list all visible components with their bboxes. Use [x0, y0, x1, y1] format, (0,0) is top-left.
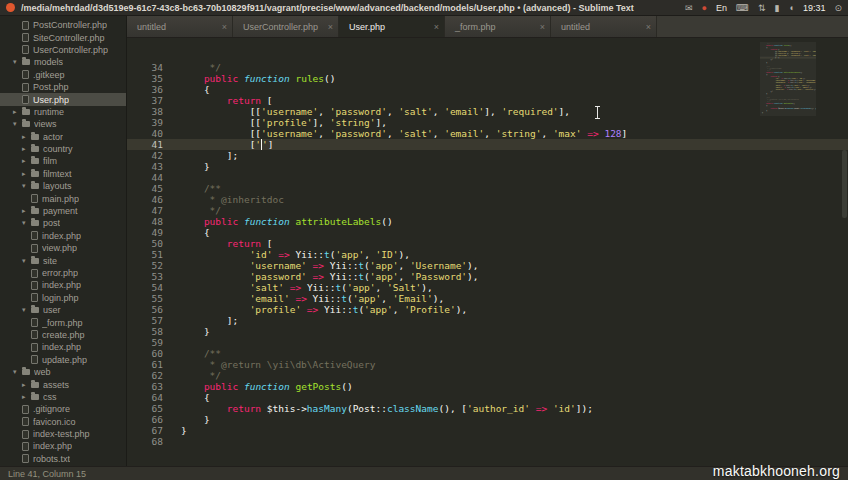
tree-folder-models[interactable]: ▾models: [0, 56, 126, 68]
chevron-down-icon[interactable]: ▾: [22, 182, 31, 190]
chevron-right-icon[interactable]: ▸: [22, 393, 31, 401]
tree-file-error.php[interactable]: error.php: [0, 267, 126, 279]
line-number[interactable]: 45: [127, 183, 171, 194]
line-number[interactable]: 57: [127, 315, 171, 326]
tree-file-favicon.ico[interactable]: favicon.ico: [0, 416, 126, 428]
tree-folder-layouts[interactable]: ▾layouts: [0, 180, 126, 192]
line-number[interactable]: 68: [127, 436, 171, 447]
tree-file-_form.php[interactable]: _form.php: [0, 316, 126, 328]
tree-file-index-test.php[interactable]: index-test.php: [0, 428, 126, 440]
code-line[interactable]: 59: [127, 337, 848, 348]
chevron-down-icon[interactable]: ▾: [22, 257, 31, 265]
line-number[interactable]: 39: [127, 117, 171, 128]
vertical-scrollbar-thumb[interactable]: [842, 150, 847, 218]
tree-folder-user[interactable]: ▾user: [0, 304, 126, 316]
tree-file-index.php[interactable]: index.php: [0, 279, 126, 291]
volume-icon[interactable]: ◖: [788, 0, 793, 16]
code-line[interactable]: 34 */: [127, 62, 848, 73]
session-menu-icon[interactable]: ⊙: [834, 0, 842, 16]
code-line[interactable]: 63 public function getPosts(): [127, 381, 848, 392]
tab-close-icon[interactable]: ×: [323, 22, 338, 32]
chevron-right-icon[interactable]: ▸: [22, 133, 31, 141]
line-number[interactable]: 63: [127, 381, 171, 392]
code-line[interactable]: 54 'salt' => Yii::t('app', 'Salt'),: [127, 282, 848, 293]
code-line[interactable]: 53 'password' => Yii::t('app', 'Password…: [127, 271, 848, 282]
line-number[interactable]: 61: [127, 359, 171, 370]
network-icon[interactable]: ⇅: [758, 0, 766, 16]
mail-indicator-icon[interactable]: ✉: [685, 0, 693, 16]
code-line[interactable]: 44: [127, 172, 848, 183]
line-number[interactable]: 53: [127, 271, 171, 282]
tree-folder-film[interactable]: ▸film: [0, 155, 126, 167]
line-number[interactable]: 65: [127, 403, 171, 414]
tree-file-.gitignore[interactable]: .gitignore: [0, 403, 126, 415]
line-number[interactable]: 50: [127, 238, 171, 249]
chevron-right-icon[interactable]: ▸: [22, 145, 31, 153]
tree-folder-assets[interactable]: ▸assets: [0, 378, 126, 390]
tab-close-icon[interactable]: ×: [217, 22, 232, 32]
code-line[interactable]: 68: [127, 436, 848, 447]
code-line[interactable]: 43 }: [127, 161, 848, 172]
chevron-right-icon[interactable]: ▸: [22, 157, 31, 165]
tree-folder-views[interactable]: ▾views: [0, 118, 126, 130]
chevron-right-icon[interactable]: ▸: [22, 207, 31, 215]
tree-folder-payment[interactable]: ▸payment: [0, 205, 126, 217]
code-line[interactable]: 40 [['username', 'password', 'salt', 'em…: [127, 128, 848, 139]
keyboard-layout-indicator[interactable]: En: [716, 0, 727, 16]
line-number[interactable]: 35: [127, 73, 171, 84]
tree-file-create.php[interactable]: create.php: [0, 329, 126, 341]
battery-icon[interactable]: ▮: [775, 0, 780, 16]
code-line[interactable]: 37 return [: [127, 95, 848, 106]
line-number[interactable]: 54: [127, 282, 171, 293]
tree-file-UserController.php[interactable]: UserController.php: [0, 44, 126, 56]
line-number[interactable]: 56: [127, 304, 171, 315]
code-line[interactable]: 64 {: [127, 392, 848, 403]
line-number[interactable]: 38: [127, 106, 171, 117]
tree-folder-actor[interactable]: ▸actor: [0, 131, 126, 143]
tree-folder-runtime[interactable]: ▸runtime: [0, 106, 126, 118]
tree-file-index.php[interactable]: index.php: [0, 440, 126, 452]
code-line[interactable]: 36 {: [127, 84, 848, 95]
code-line[interactable]: 45 /**: [127, 183, 848, 194]
tree-file-login.php[interactable]: login.php: [0, 292, 126, 304]
chevron-right-icon[interactable]: ▸: [22, 381, 31, 389]
line-number[interactable]: 49: [127, 227, 171, 238]
tab-User.php[interactable]: User.php×: [339, 16, 445, 37]
code-line[interactable]: 38 [['username', 'password', 'salt', 'em…: [127, 106, 848, 117]
tree-folder-site[interactable]: ▾site: [0, 254, 126, 266]
sync-indicator-icon[interactable]: ●: [702, 0, 707, 16]
tab-_form.php[interactable]: _form.php×: [445, 16, 551, 37]
code-line[interactable]: 35 public function rules(): [127, 73, 848, 84]
line-number[interactable]: 60: [127, 348, 171, 359]
line-number[interactable]: 58: [127, 326, 171, 337]
tree-file-main.php[interactable]: main.php: [0, 192, 126, 204]
code-line[interactable]: 51 'id' => Yii::t('app', 'ID'),: [127, 249, 848, 260]
line-number[interactable]: 52: [127, 260, 171, 271]
code-line[interactable]: 58 }: [127, 326, 848, 337]
tab-close-icon[interactable]: ×: [429, 22, 444, 32]
tree-file-index.php[interactable]: index.php: [0, 341, 126, 353]
chevron-down-icon[interactable]: ▾: [13, 120, 22, 128]
tree-file-view.php[interactable]: view.php: [0, 242, 126, 254]
minimap-viewport[interactable]: [760, 42, 816, 116]
code-line[interactable]: 55 'email' => Yii::t('app', 'Email'),: [127, 293, 848, 304]
code-line[interactable]: 56 'profile' => Yii::t('app', 'Profile')…: [127, 304, 848, 315]
line-number[interactable]: 51: [127, 249, 171, 260]
line-number[interactable]: 67: [127, 425, 171, 436]
line-number[interactable]: 41: [127, 139, 171, 150]
chevron-down-icon[interactable]: ▾: [22, 306, 31, 314]
line-number[interactable]: 64: [127, 392, 171, 403]
tree-folder-filmtext[interactable]: ▸filmtext: [0, 168, 126, 180]
code-line[interactable]: 49 {: [127, 227, 848, 238]
tree-file-.gitkeep[interactable]: .gitkeep: [0, 69, 126, 81]
tree-file-index.php[interactable]: index.php: [0, 230, 126, 242]
tree-folder-country[interactable]: ▸country: [0, 143, 126, 155]
tab-close-icon[interactable]: ×: [535, 22, 550, 32]
tree-file-User.php[interactable]: User.php: [0, 93, 126, 105]
line-number[interactable]: 42: [127, 150, 171, 161]
code-line[interactable]: 65 return $this->hasMany(Post::className…: [127, 403, 848, 414]
chevron-down-icon[interactable]: ▾: [13, 368, 22, 376]
line-number[interactable]: 40: [127, 128, 171, 139]
chevron-right-icon[interactable]: ▸: [22, 170, 31, 178]
line-number[interactable]: 34: [127, 62, 171, 73]
